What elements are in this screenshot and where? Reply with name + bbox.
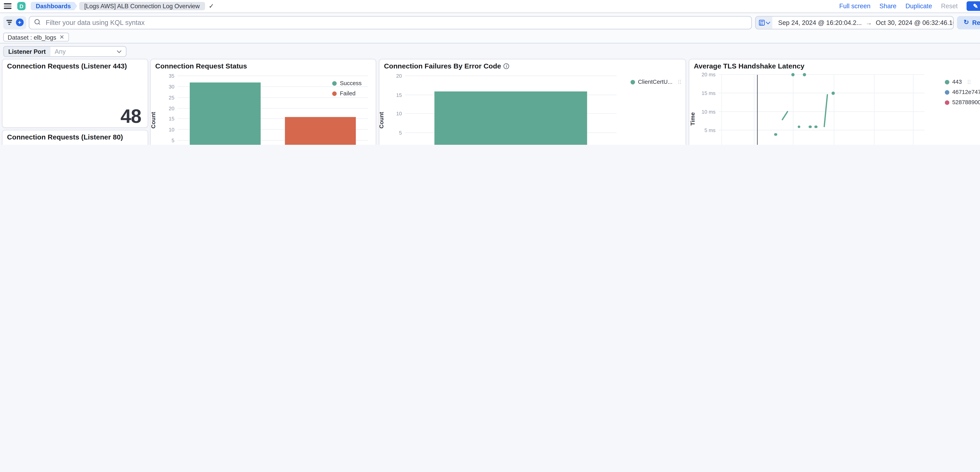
- legend-dot: [332, 81, 337, 85]
- legend-label: Failed: [340, 90, 356, 97]
- y-axis-label: Count: [378, 112, 385, 129]
- legend-item-Success[interactable]: Success: [332, 80, 362, 86]
- vertical-gridline: [754, 75, 755, 145]
- chevron-down-icon: [766, 20, 770, 24]
- refresh-icon: ↻: [964, 19, 969, 26]
- vertical-gridline: [721, 75, 722, 145]
- add-filter-icon[interactable]: +: [16, 19, 23, 26]
- y-tick-label: 5 ms: [705, 128, 716, 133]
- nav-action-reset: Reset: [941, 3, 958, 10]
- refresh-button[interactable]: ↻ Refresh: [957, 16, 980, 29]
- legend-label: ClientCertU...: [638, 79, 673, 85]
- listener-port-value[interactable]: Any: [50, 48, 118, 55]
- scatter-plot: 0 ms5 ms10 ms15 ms20 ms23rdSeptember 202…: [719, 75, 924, 145]
- listener-port-control[interactable]: Listener Port Any: [3, 46, 126, 57]
- legend: ClientCertU...: [630, 79, 679, 85]
- dashboard-app: D Dashboards [Logs AWS] ALB Connection L…: [0, 0, 980, 145]
- arrow-right-icon: →: [865, 19, 872, 26]
- dataset-filter-chip[interactable]: Dataset : elb_logs ✕: [3, 33, 68, 41]
- listener-port-label: Listener Port: [4, 47, 50, 56]
- vertical-gridline: [874, 75, 875, 145]
- info-icon[interactable]: i: [504, 63, 509, 69]
- menu-icon[interactable]: [4, 3, 11, 9]
- date-end[interactable]: Oct 30, 2024 @ 06:32:46.162: [876, 19, 954, 26]
- gridline: [719, 130, 924, 131]
- kql-search-input[interactable]: [45, 18, 746, 27]
- legend-label: 528788900...: [952, 99, 980, 105]
- y-tick-label: 5: [399, 130, 402, 136]
- panel-title: Connection Request Status: [155, 62, 247, 70]
- data-point[interactable]: [815, 125, 818, 128]
- saved-query-icon[interactable]: [6, 19, 13, 26]
- vertical-gridline: [834, 75, 834, 145]
- panel-title: Connection Requests (Listener 80): [7, 133, 123, 141]
- legend-label: 46712e747de: [952, 89, 980, 95]
- gridline: [719, 93, 924, 93]
- edit-button[interactable]: ✎ Edit: [967, 2, 980, 11]
- legend-dot: [332, 91, 337, 96]
- data-point[interactable]: [803, 73, 806, 76]
- gridline: [178, 75, 368, 76]
- nav-actions: Full screenShareDuplicateReset: [839, 3, 958, 10]
- breadcrumb-current[interactable]: [Logs AWS] ALB Connection Log Overview: [79, 2, 205, 10]
- bar-plot: 05101520ClientCertUntrusted: [405, 76, 616, 145]
- vertical-gridline: [913, 75, 914, 145]
- legend-item-46712e747de[interactable]: 46712e747de: [945, 89, 980, 95]
- kql-search-box[interactable]: [29, 16, 752, 29]
- pencil-icon: ✎: [973, 3, 978, 10]
- legend-item-528788900[interactable]: 528788900...: [945, 99, 980, 105]
- trend-line-segment: [824, 94, 828, 127]
- filter-cluster: +: [3, 16, 26, 29]
- y-tick-label: 15: [396, 92, 402, 98]
- y-tick-label: 30: [169, 84, 175, 90]
- legend-item-443[interactable]: 443: [945, 79, 980, 85]
- legend-options-icon[interactable]: [968, 80, 969, 81]
- date-start[interactable]: Sep 24, 2024 @ 16:20:04.2...: [778, 19, 862, 26]
- panel-average-tls-handshake-latency: Average TLS Handshake Latency Time 0 ms5…: [689, 59, 980, 145]
- breadcrumb-dashboards[interactable]: Dashboards: [30, 2, 77, 10]
- y-tick-label: 15: [169, 116, 175, 122]
- legend: 44346712e747de528788900...: [945, 79, 980, 105]
- metric-value-443: 48: [121, 105, 141, 127]
- data-point[interactable]: [809, 125, 811, 128]
- legend-dot: [945, 80, 949, 84]
- data-point[interactable]: [798, 125, 801, 128]
- legend-options-icon[interactable]: [678, 80, 679, 81]
- nav-action-full-screen[interactable]: Full screen: [839, 3, 870, 10]
- date-range-picker[interactable]: Sep 24, 2024 @ 16:20:04.2... → Oct 30, 2…: [755, 16, 954, 29]
- close-icon[interactable]: ✕: [59, 34, 64, 40]
- dashboard-canvas: Listener Port Any Connection Requests (L…: [0, 44, 980, 145]
- legend-item-ClientCertU[interactable]: ClientCertU...: [630, 79, 679, 85]
- y-tick-label: 5: [172, 138, 175, 144]
- calendar-icon: [759, 19, 764, 25]
- legend-label: 443: [952, 79, 962, 85]
- top-nav: D Dashboards [Logs AWS] ALB Connection L…: [0, 0, 980, 13]
- legend-label: Success: [340, 80, 362, 86]
- query-bar: + Sep 24, 2024 @ 16:20:04.2... → Oct 30,…: [0, 13, 980, 32]
- y-axis-label: Count: [150, 112, 157, 129]
- panel-connection-requests-443: Connection Requests (Listener 443) 48: [2, 59, 148, 128]
- y-tick-label: 20 ms: [702, 72, 715, 78]
- nav-action-duplicate[interactable]: Duplicate: [905, 3, 932, 10]
- date-quick-select[interactable]: [756, 16, 772, 29]
- legend-item-Failed[interactable]: Failed: [332, 90, 362, 97]
- y-tick-label: 20: [396, 73, 402, 79]
- panel-connection-request-status: Connection Request Status Count 05101520…: [150, 59, 376, 145]
- y-tick-label: 25: [169, 95, 175, 100]
- y-tick-label: 20: [169, 105, 175, 111]
- gridline: [719, 74, 924, 75]
- dashboards-app-logo: D: [17, 2, 25, 10]
- data-point[interactable]: [774, 133, 777, 136]
- bar-clientcertuntrusted[interactable]: [434, 91, 587, 145]
- bar-failed[interactable]: [285, 117, 356, 145]
- current-time-marker: [757, 75, 757, 145]
- data-point[interactable]: [832, 92, 835, 95]
- panel-connection-failures-by-error-code: Connection Failures By Error Code i Coun…: [379, 59, 686, 145]
- nav-action-share[interactable]: Share: [880, 3, 897, 10]
- y-tick-label: 10: [169, 127, 175, 133]
- gridline: [405, 75, 616, 76]
- y-tick-label: 15 ms: [702, 91, 715, 96]
- data-point[interactable]: [791, 73, 794, 76]
- y-tick-label: 10: [396, 111, 402, 117]
- bar-success[interactable]: [190, 83, 260, 145]
